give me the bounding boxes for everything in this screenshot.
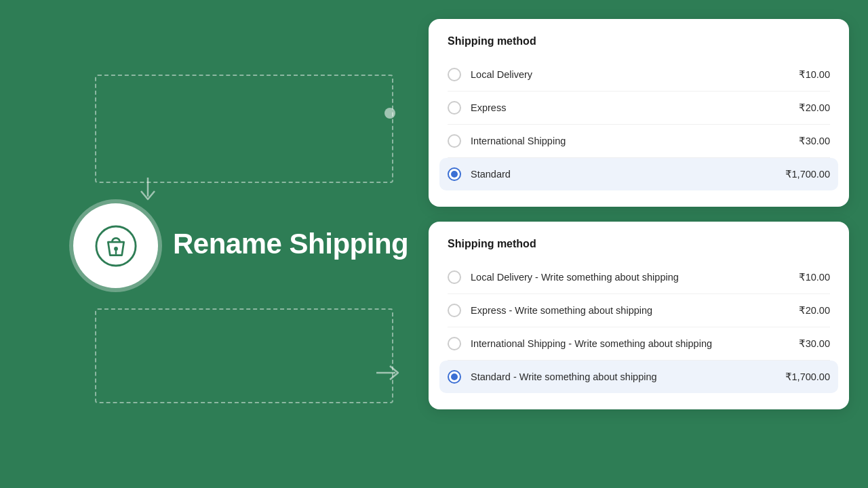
bag-icon-circle (73, 203, 158, 288)
radio-button[interactable] (448, 370, 461, 384)
radio-button[interactable] (448, 167, 461, 181)
shipping-item-price: ₹1,700.00 (785, 169, 830, 180)
dot-top-right (384, 108, 395, 119)
shipping-item-label: International Shipping - Write something… (471, 338, 799, 349)
shipping-item[interactable]: Standard - Write something about shippin… (439, 361, 838, 393)
shipping-item-price: ₹30.00 (799, 338, 830, 349)
shipping-list-2: Local Delivery - Write something about s… (448, 261, 830, 393)
left-panel: Rename Shipping (0, 0, 414, 488)
radio-button[interactable] (448, 134, 461, 148)
shipping-item[interactable]: Express₹20.00 (448, 92, 830, 125)
shipping-item-price: ₹30.00 (799, 136, 830, 146)
shipping-item[interactable]: Standard₹1,700.00 (439, 158, 838, 190)
card1-title: Shipping method (448, 35, 830, 47)
dashed-box-top (95, 75, 393, 183)
radio-button[interactable] (448, 68, 461, 81)
shipping-item-label: Local Delivery (471, 69, 799, 80)
radio-button[interactable] (448, 337, 461, 350)
shipping-item[interactable]: Local Delivery - Write something about s… (448, 261, 830, 294)
shipping-item-label: Express (471, 102, 799, 113)
svg-point-1 (96, 226, 135, 265)
radio-button[interactable] (448, 304, 461, 317)
shipping-item-price: ₹10.00 (799, 69, 830, 80)
dashed-box-bottom (95, 308, 393, 403)
radio-button[interactable] (448, 101, 461, 115)
radio-button[interactable] (448, 270, 461, 284)
shipping-item-label: International Shipping (471, 136, 799, 146)
shipping-list-1: Local Delivery₹10.00Express₹20.00Interna… (448, 58, 830, 190)
shipping-item-price: ₹10.00 (799, 272, 830, 283)
shipping-item[interactable]: Express - Write something about shipping… (448, 294, 830, 327)
shipping-item-label: Standard - Write something about shippin… (471, 371, 785, 382)
shipping-item[interactable]: Local Delivery₹10.00 (448, 58, 830, 92)
shipping-item[interactable]: International Shipping - Write something… (448, 327, 830, 361)
shipping-item[interactable]: International Shipping₹30.00 (448, 125, 830, 158)
shipping-card-2: Shipping method Local Delivery - Write s… (429, 222, 849, 409)
arrow-right-icon (376, 363, 401, 387)
shipping-item-label: Standard (471, 169, 785, 180)
rename-shipping-title: Rename Shipping (173, 228, 408, 260)
shipping-item-label: Express - Write something about shipping (471, 305, 799, 316)
shipping-item-label: Local Delivery - Write something about s… (471, 272, 799, 283)
shipping-card-1: Shipping method Local Delivery₹10.00Expr… (429, 19, 849, 207)
right-panel: Shipping method Local Delivery₹10.00Expr… (429, 19, 849, 409)
shipping-item-price: ₹1,700.00 (785, 371, 830, 382)
arrow-down-icon (138, 178, 157, 207)
shipping-item-price: ₹20.00 (799, 102, 830, 113)
card2-title: Shipping method (448, 238, 830, 250)
shipping-item-price: ₹20.00 (799, 305, 830, 316)
